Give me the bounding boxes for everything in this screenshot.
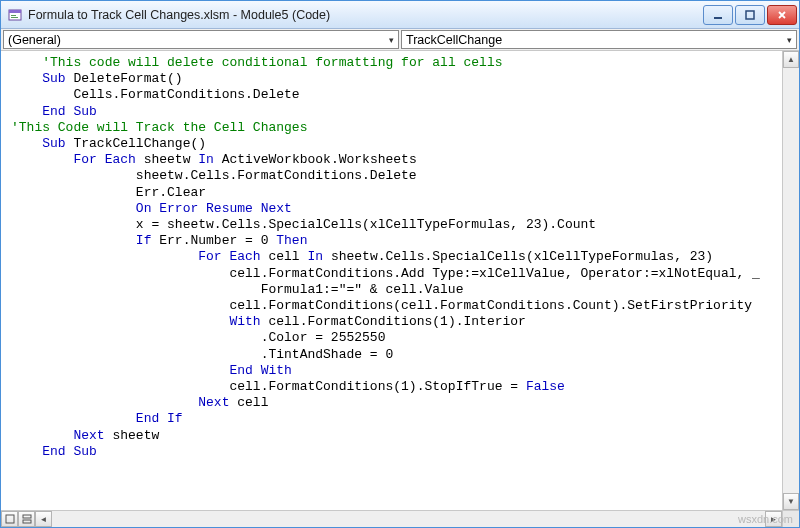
code-line[interactable]: 'This code will delete conditional forma…: [11, 55, 780, 71]
minimize-button[interactable]: [703, 5, 733, 25]
code-line[interactable]: Sub TrackCellChange(): [11, 136, 780, 152]
titlebar[interactable]: Formula to Track Cell Changes.xlsm - Mod…: [1, 1, 799, 29]
code-line[interactable]: 'This Code will Track the Cell Changes: [11, 120, 780, 136]
close-button[interactable]: [767, 5, 797, 25]
hscroll-track[interactable]: [52, 511, 765, 527]
chevron-down-icon: ▾: [787, 35, 792, 45]
code-line[interactable]: On Error Resume Next: [11, 201, 780, 217]
vertical-scrollbar[interactable]: ▲ ▼: [782, 51, 799, 510]
procedure-view-button[interactable]: [18, 511, 35, 527]
full-module-view-button[interactable]: [1, 511, 18, 527]
svg-rect-7: [23, 515, 31, 518]
vba-code-window: Formula to Track Cell Changes.xlsm - Mod…: [0, 0, 800, 528]
code-line[interactable]: With cell.FormatConditions(1).Interior: [11, 314, 780, 330]
window-buttons: [703, 5, 797, 25]
code-line[interactable]: cell.FormatConditions(cell.FormatConditi…: [11, 298, 780, 314]
code-editor[interactable]: 'This code will delete conditional forma…: [1, 51, 782, 510]
code-line[interactable]: End Sub: [11, 444, 780, 460]
svg-rect-4: [714, 17, 722, 19]
svg-rect-3: [11, 17, 18, 18]
code-line[interactable]: End With: [11, 363, 780, 379]
code-line[interactable]: cell.FormatConditions(1).StopIfTrue = Fa…: [11, 379, 780, 395]
code-line[interactable]: For Each sheetw In ActiveWorkbook.Worksh…: [11, 152, 780, 168]
object-dropdown[interactable]: (General) ▾: [3, 30, 399, 49]
scroll-left-button[interactable]: ◄: [35, 511, 52, 527]
code-line[interactable]: Err.Clear: [11, 185, 780, 201]
chevron-down-icon: ▾: [389, 35, 394, 45]
code-area: 'This code will delete conditional forma…: [1, 51, 799, 510]
watermark: wsxdn.com: [738, 513, 793, 525]
code-line[interactable]: Next sheetw: [11, 428, 780, 444]
code-line[interactable]: Next cell: [11, 395, 780, 411]
code-line[interactable]: End If: [11, 411, 780, 427]
svg-rect-1: [9, 10, 21, 13]
procedure-dropdown[interactable]: TrackCellChange ▾: [401, 30, 797, 49]
code-line[interactable]: cell.FormatConditions.Add Type:=xlCellVa…: [11, 266, 780, 282]
svg-rect-2: [11, 15, 16, 16]
object-dropdown-value: (General): [8, 33, 61, 47]
code-line[interactable]: .TintAndShade = 0: [11, 347, 780, 363]
code-line[interactable]: If Err.Number = 0 Then: [11, 233, 780, 249]
procedure-dropdown-value: TrackCellChange: [406, 33, 502, 47]
svg-rect-5: [746, 11, 754, 19]
code-line[interactable]: Sub DeleteFormat(): [11, 71, 780, 87]
code-line[interactable]: Cells.FormatConditions.Delete: [11, 87, 780, 103]
svg-rect-8: [23, 520, 31, 523]
svg-rect-6: [6, 515, 14, 523]
code-line[interactable]: x = sheetw.Cells.SpecialCells(xlCellType…: [11, 217, 780, 233]
horizontal-scrollbar[interactable]: ◄ ►: [1, 510, 799, 527]
scroll-track[interactable]: [783, 68, 799, 493]
scroll-down-button[interactable]: ▼: [783, 493, 799, 510]
code-line[interactable]: sheetw.Cells.FormatConditions.Delete: [11, 168, 780, 184]
code-line[interactable]: For Each cell In sheetw.Cells.SpecialCel…: [11, 249, 780, 265]
maximize-button[interactable]: [735, 5, 765, 25]
code-line[interactable]: Formula1:="=" & cell.Value: [11, 282, 780, 298]
vba-module-icon: [7, 7, 23, 23]
object-procedure-row: (General) ▾ TrackCellChange ▾: [1, 29, 799, 51]
code-line[interactable]: .Color = 2552550: [11, 330, 780, 346]
window-title: Formula to Track Cell Changes.xlsm - Mod…: [28, 8, 703, 22]
code-line[interactable]: End Sub: [11, 104, 780, 120]
scroll-up-button[interactable]: ▲: [783, 51, 799, 68]
